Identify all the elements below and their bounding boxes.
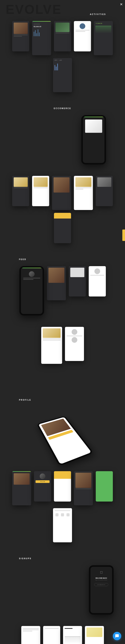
mockup-card bbox=[96, 176, 113, 206]
mockup-card bbox=[54, 21, 71, 52]
mockup-card bbox=[96, 471, 113, 502]
side-tab[interactable] bbox=[122, 230, 125, 241]
mockup-card bbox=[63, 626, 82, 644]
balance-change: +3,568.00 bbox=[95, 22, 111, 24]
section-title-signups: SIGNUPS bbox=[12, 558, 113, 560]
mockup-card: SFO → LAX bbox=[53, 58, 72, 92]
phone-mockup bbox=[81, 115, 106, 164]
section-title-profile: PROFILE bbox=[12, 399, 113, 401]
mockup-card bbox=[89, 266, 106, 296]
mockup-card bbox=[41, 327, 62, 364]
intercom-chat-button[interactable] bbox=[113, 632, 121, 640]
email-sample: john.d@gmail.com bbox=[94, 583, 108, 586]
phone-mockup: ⬚WELCOME BACK!Sign in to continue to Evo… bbox=[89, 565, 113, 614]
welcome-subtitle: Sign in to continue to Evolve bbox=[94, 579, 108, 580]
section-title-ecommerce: ECCOMERCE bbox=[12, 107, 113, 110]
mockup-card bbox=[54, 213, 71, 243]
phone-mockup bbox=[19, 266, 44, 316]
close-icon[interactable]: ✕ bbox=[120, 2, 123, 6]
section-title-feed: FEED bbox=[12, 258, 113, 260]
mockup-card: +3,568.00 bbox=[94, 21, 113, 55]
mockup-card bbox=[52, 176, 71, 210]
mockup-card bbox=[53, 508, 72, 542]
route-text: SFO → LAX bbox=[55, 60, 70, 61]
mockup-card bbox=[85, 626, 104, 644]
mockup-card bbox=[74, 176, 93, 210]
mockup-card bbox=[32, 176, 49, 206]
mockup-card bbox=[47, 266, 66, 300]
mockup-card bbox=[74, 21, 91, 52]
mockup-card bbox=[12, 176, 29, 206]
mockup-card bbox=[43, 626, 60, 644]
welcome-title: WELCOME BACK! bbox=[94, 578, 108, 579]
mockup-card bbox=[54, 471, 71, 502]
mockup-card bbox=[21, 626, 40, 644]
mockup-card bbox=[69, 266, 86, 296]
phone-mockup-iso bbox=[37, 416, 94, 466]
mockup-card bbox=[65, 327, 84, 361]
balance-value: $3,568.00 bbox=[34, 26, 50, 28]
mockup-card bbox=[12, 21, 29, 52]
mockup-card bbox=[12, 471, 31, 505]
mockup-card: FOLLOW bbox=[34, 471, 51, 502]
mockup-card: $3,568.00 bbox=[32, 21, 51, 55]
section-title-activities: ACTIVITIES bbox=[12, 13, 113, 15]
mockup-card bbox=[74, 471, 93, 505]
